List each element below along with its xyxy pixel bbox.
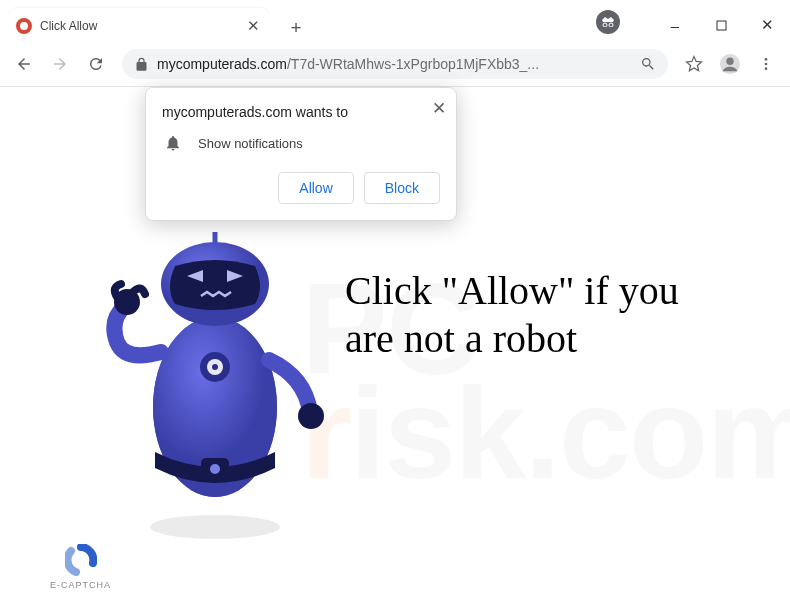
menu-button[interactable] [750, 48, 782, 80]
notification-permission-dialog: ✕ mycomputerads.com wants to Show notifi… [145, 87, 457, 221]
captcha-icon [65, 544, 97, 576]
lock-icon [134, 57, 149, 72]
browser-toolbar: mycomputerads.com/T7d-WRtaMhws-1xPgrbop1… [0, 42, 790, 87]
permission-row: Show notifications [162, 134, 440, 152]
captcha-label: E-CAPTCHA [50, 580, 111, 590]
svg-point-7 [765, 67, 768, 70]
dialog-close-icon[interactable]: ✕ [432, 98, 446, 119]
maximize-button[interactable] [698, 8, 744, 42]
forward-button[interactable] [44, 48, 76, 80]
svg-point-0 [603, 23, 607, 27]
allow-button[interactable]: Allow [278, 172, 353, 204]
window-controls: – ✕ [652, 8, 790, 42]
url-text: mycomputerads.com/T7d-WRtaMhws-1xPgrbop1… [157, 56, 632, 72]
window-close-button[interactable]: ✕ [744, 8, 790, 42]
address-bar[interactable]: mycomputerads.com/T7d-WRtaMhws-1xPgrbop1… [122, 49, 668, 79]
svg-point-5 [765, 58, 768, 61]
svg-point-6 [765, 63, 768, 66]
tab-title: Click Allow [40, 19, 236, 33]
record-icon [16, 18, 32, 34]
page-headline: Click "Allow" if you are not a robot [345, 267, 715, 363]
svg-point-1 [609, 23, 613, 27]
robot-illustration [105, 232, 335, 552]
bell-icon [164, 134, 182, 152]
incognito-icon [596, 10, 620, 34]
reload-button[interactable] [80, 48, 112, 80]
bookmark-button[interactable] [678, 48, 710, 80]
permission-label: Show notifications [198, 136, 303, 151]
svg-point-4 [726, 58, 733, 65]
captcha-logo: E-CAPTCHA [50, 544, 111, 590]
back-button[interactable] [8, 48, 40, 80]
profile-button[interactable] [714, 48, 746, 80]
dialog-title: mycomputerads.com wants to [162, 104, 440, 120]
svg-rect-2 [717, 21, 726, 30]
svg-point-13 [212, 364, 218, 370]
svg-point-17 [298, 403, 324, 429]
minimize-button[interactable]: – [652, 8, 698, 42]
block-button[interactable]: Block [364, 172, 440, 204]
tab-close-icon[interactable]: ✕ [244, 17, 262, 35]
search-icon[interactable] [640, 56, 656, 72]
browser-tab[interactable]: Click Allow ✕ [8, 8, 270, 44]
new-tab-button[interactable]: + [282, 14, 310, 42]
window-titlebar: Click Allow ✕ + – ✕ [0, 0, 790, 42]
svg-point-15 [210, 464, 220, 474]
svg-point-8 [150, 515, 280, 539]
